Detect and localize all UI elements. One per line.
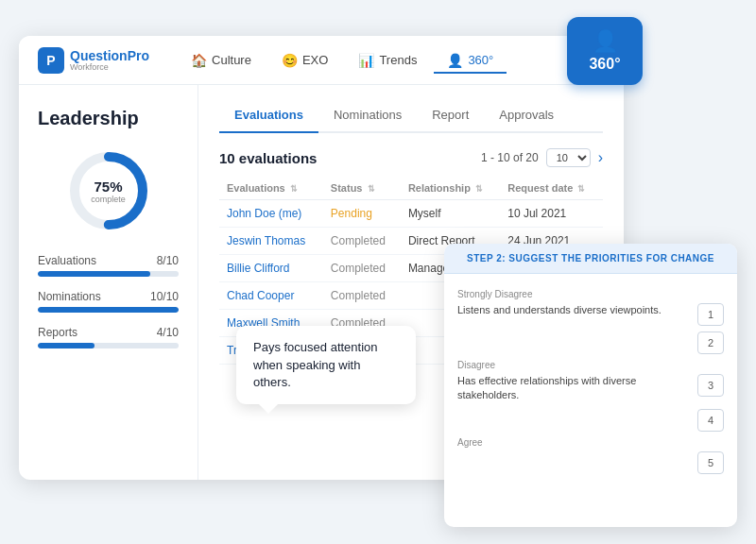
step2-category-strongly-disagree: Strongly Disagree: [457, 289, 724, 299]
speech-bubble-text: Pays focused attention when speaking wit…: [253, 340, 378, 388]
th-evaluations: Evaluations ⇅: [219, 177, 323, 200]
nav-item-trends[interactable]: 📊 Trends: [345, 47, 430, 74]
tab-approvals[interactable]: Approvals: [484, 102, 569, 131]
tabs: Evaluations Nominations Report Approvals: [219, 102, 603, 133]
speech-bubble: Pays focused attention when speaking wit…: [236, 326, 416, 404]
step2-category-agree: Agree: [457, 437, 724, 448]
nav-item-360[interactable]: 👤 360°: [434, 47, 507, 74]
stat-value-nominations: 10/10: [150, 290, 179, 303]
nav-label-culture: Culture: [212, 53, 251, 67]
tab-nominations[interactable]: Nominations: [318, 102, 417, 131]
badge-360-icon: 👤: [593, 29, 618, 54]
stat-label-nominations: Nominations: [38, 290, 101, 303]
step2-item-2: 2: [457, 332, 724, 354]
logo-area: P QuestionPro Workforce: [38, 47, 149, 74]
pagination-select[interactable]: 10 20: [546, 148, 591, 167]
step2-num-1[interactable]: 1: [697, 303, 724, 326]
step2-header: STEP 2: SUGGEST THE PRIORITIES FOR CHANG…: [444, 244, 737, 274]
logo-sub: Workforce: [70, 62, 149, 72]
cell-status: Completed: [323, 228, 401, 255]
step2-num-3[interactable]: 3: [697, 374, 724, 397]
trends-icon: 📊: [358, 53, 374, 68]
cell-name[interactable]: John Doe (me): [219, 200, 323, 228]
table-count: 10 evaluations: [219, 150, 317, 166]
stat-nominations: Nominations 10/10: [38, 290, 179, 313]
nav-item-exo[interactable]: 😊 EXO: [268, 47, 341, 74]
donut-container: 75% complete: [66, 148, 151, 233]
cell-name[interactable]: Billie Clifford: [219, 255, 323, 282]
cell-date: 10 Jul 2021: [500, 200, 603, 228]
badge-360: 👤 360°: [567, 17, 643, 85]
stat-label-reports: Reports: [38, 326, 77, 339]
sidebar-title: Leadership: [38, 108, 179, 129]
step2-item-3: Has effective relationships with diverse…: [457, 374, 724, 403]
nav-label-exo: EXO: [302, 53, 328, 67]
nav-item-culture[interactable]: 🏠 Culture: [178, 47, 265, 74]
cell-status: Completed: [323, 282, 401, 310]
badge-360-text: 360°: [589, 56, 620, 73]
cell-name[interactable]: Chad Cooper: [219, 282, 323, 310]
step2-num-4[interactable]: 4: [697, 409, 724, 432]
donut-wrap: 75% complete: [38, 148, 179, 233]
cell-status: Completed: [323, 255, 401, 282]
sort-icon-relationship: ⇅: [475, 184, 483, 194]
stat-bar-nominations: [38, 307, 179, 313]
donut-label: 75% complete: [91, 178, 126, 204]
table-header-row: 10 evaluations 1 - 10 of 20 10 20 ›: [219, 148, 603, 167]
sort-icon-evaluations: ⇅: [290, 184, 298, 194]
exo-icon: 😊: [282, 53, 298, 68]
cell-relationship: Myself: [401, 200, 500, 228]
th-relationship: Relationship ⇅: [401, 177, 500, 200]
table-row: John Doe (me)PendingMyself10 Jul 2021: [219, 200, 603, 228]
step2-text-3: Has effective relationships with diverse…: [457, 374, 690, 403]
th-date: Request date ⇅: [500, 177, 603, 200]
tab-evaluations[interactable]: Evaluations: [219, 102, 318, 131]
stat-value-evaluations: 8/10: [157, 254, 179, 267]
table-pagination: 1 - 10 of 20 10 20 ›: [481, 148, 603, 167]
donut-pct: 75%: [91, 178, 126, 195]
donut-complete: complete: [91, 195, 126, 204]
home-icon: 🏠: [191, 53, 207, 68]
person-icon: 👤: [447, 53, 463, 68]
step2-body: Strongly Disagree Listens and understand…: [444, 274, 737, 489]
stat-evaluations: Evaluations 8/10: [38, 254, 179, 277]
th-status: Status ⇅: [323, 177, 401, 200]
cell-name[interactable]: Jeswin Thomas: [219, 228, 323, 255]
sort-icon-status: ⇅: [368, 184, 375, 194]
stat-bar-evaluations: [38, 271, 150, 277]
step2-num-5[interactable]: 5: [697, 451, 724, 474]
stat-value-reports: 4/10: [157, 326, 179, 339]
logo-icon: P: [38, 47, 64, 74]
cell-status: Pending: [323, 200, 401, 228]
sort-icon-date: ⇅: [577, 184, 585, 194]
step2-item-1: Listens and understands diverse viewpoin…: [457, 303, 724, 326]
step2-num-2[interactable]: 2: [697, 332, 724, 354]
step2-item-5: 5: [457, 451, 724, 474]
stat-reports: Reports 4/10: [38, 326, 179, 348]
stat-label-evaluations: Evaluations: [38, 254, 96, 267]
tab-report[interactable]: Report: [417, 102, 484, 131]
nav-label-360: 360°: [468, 53, 493, 67]
nav-items: 🏠 Culture 😊 EXO 📊 Trends 👤 360°: [178, 47, 576, 74]
pagination-range: 1 - 10 of 20: [481, 151, 539, 164]
logo-text: QuestionPro: [70, 49, 149, 62]
stat-bar-reports: [38, 343, 94, 348]
nav-bar: P QuestionPro Workforce 🏠 Culture 😊 EXO …: [19, 36, 624, 85]
step2-item-4: 4: [457, 409, 724, 432]
step2-text-1: Listens and understands diverse viewpoin…: [457, 303, 690, 317]
nav-label-trends: Trends: [379, 53, 417, 67]
step2-card: STEP 2: SUGGEST THE PRIORITIES FOR CHANG…: [444, 244, 737, 527]
step2-category-disagree: Disagree: [457, 360, 724, 370]
next-page-arrow[interactable]: ›: [598, 149, 603, 166]
sidebar: Leadership 75% complete: [19, 85, 198, 480]
